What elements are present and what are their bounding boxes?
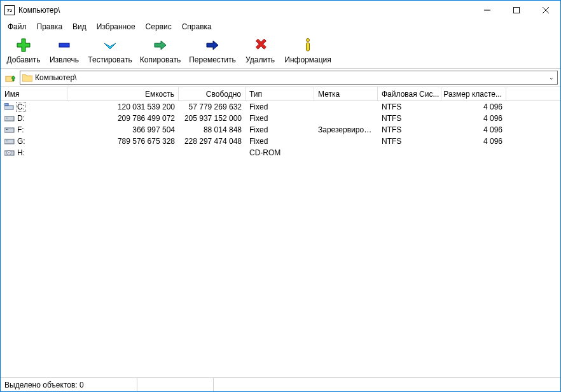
cell-free: 57 779 269 632 xyxy=(179,102,246,111)
up-folder-icon xyxy=(5,73,15,83)
hdd-icon xyxy=(4,126,15,134)
column-free[interactable]: Свободно xyxy=(179,87,246,101)
svg-point-18 xyxy=(8,152,10,153)
toolbar-move-label: Переместить xyxy=(189,55,236,64)
toolbar-info-button[interactable]: Информация xyxy=(280,35,335,66)
status-spacer-1 xyxy=(137,378,214,391)
cell-free: 228 297 474 048 xyxy=(179,137,246,146)
drive-list[interactable]: C: 120 031 539 200 57 779 269 632 Fixed … xyxy=(1,101,560,377)
cell-cluster: 4 096 xyxy=(441,125,506,134)
hdd-icon xyxy=(4,115,15,122)
cell-type: Fixed xyxy=(246,137,314,146)
svg-rect-14 xyxy=(4,139,14,144)
svg-point-5 xyxy=(307,39,310,42)
toolbar-move-button[interactable]: Переместить xyxy=(185,35,240,66)
network-drive-icon xyxy=(4,103,15,111)
menu-favorites[interactable]: Избранное xyxy=(92,21,140,32)
address-path: Компьютер\ xyxy=(35,73,546,82)
cell-free: 205 937 152 000 xyxy=(179,114,246,123)
move-arrow-icon xyxy=(204,36,221,54)
cell-free: 88 014 848 xyxy=(179,125,246,134)
column-label[interactable]: Метка xyxy=(314,87,378,101)
copy-arrow-icon xyxy=(151,36,169,54)
toolbar-delete-button[interactable]: Удалить xyxy=(240,35,280,66)
menu-help[interactable]: Справка xyxy=(177,21,216,32)
drive-name: C: xyxy=(16,102,26,112)
maximize-button[interactable] xyxy=(502,1,531,20)
cell-type: Fixed xyxy=(246,102,314,111)
svg-rect-12 xyxy=(4,128,14,132)
svg-rect-8 xyxy=(4,106,13,109)
window-title: Компьютер\ xyxy=(18,6,473,15)
menu-edit[interactable]: Правка xyxy=(32,21,67,32)
cell-capacity: 366 997 504 xyxy=(67,125,179,134)
toolbar-info-label: Информация xyxy=(284,55,331,64)
statusbar: Выделено объектов: 0 xyxy=(1,377,560,391)
close-button[interactable] xyxy=(531,1,560,20)
menubar: Файл Правка Вид Избранное Сервис Справка xyxy=(1,20,560,34)
cell-fs: NTFS xyxy=(378,102,441,111)
window-controls xyxy=(473,1,560,20)
column-name[interactable]: Имя xyxy=(1,87,67,101)
cell-cluster: 4 096 xyxy=(441,137,506,146)
cell-label: Зарезервиров... xyxy=(314,125,378,134)
svg-rect-1 xyxy=(514,8,520,13)
cd-rom-icon xyxy=(4,149,15,157)
cell-fs: NTFS xyxy=(378,137,441,146)
up-button[interactable] xyxy=(3,71,17,85)
svg-rect-15 xyxy=(6,141,8,141)
app-icon: 7z xyxy=(4,5,15,15)
column-capacity[interactable]: Емкость xyxy=(67,87,179,101)
svg-rect-10 xyxy=(4,116,14,121)
column-cluster[interactable]: Размер класте... xyxy=(441,87,506,101)
cell-type: Fixed xyxy=(246,125,314,134)
list-item[interactable]: F: 366 997 504 88 014 848 Fixed Зарезерв… xyxy=(1,124,560,136)
svg-rect-11 xyxy=(6,118,8,118)
address-combobox[interactable]: Компьютер\ ⌄ xyxy=(20,71,558,85)
delete-icon xyxy=(251,36,269,54)
titlebar: 7z Компьютер\ xyxy=(1,1,560,20)
drive-name: G: xyxy=(17,137,25,146)
toolbar-test-button[interactable]: Тестировать xyxy=(85,35,135,66)
svg-rect-13 xyxy=(6,129,8,130)
cell-fs: NTFS xyxy=(378,125,441,134)
check-icon xyxy=(101,36,119,54)
menu-view[interactable]: Вид xyxy=(68,21,91,32)
info-icon xyxy=(299,36,317,54)
menu-tools[interactable]: Сервис xyxy=(141,21,176,32)
toolbar-copy-button[interactable]: Копировать xyxy=(135,35,185,66)
cell-capacity: 120 031 539 200 xyxy=(67,102,179,111)
list-item[interactable]: H: CD-ROM xyxy=(1,147,560,158)
list-item[interactable]: G: 789 576 675 328 228 297 474 048 Fixed… xyxy=(1,136,560,147)
toolbar: Добавить Извлечь Тестировать Копировать … xyxy=(1,34,560,69)
toolbar-extract-button[interactable]: Извлечь xyxy=(44,35,85,66)
hdd-icon xyxy=(4,137,15,145)
drive-name: F: xyxy=(17,125,24,134)
chevron-down-icon[interactable]: ⌄ xyxy=(546,74,557,81)
minimize-button[interactable] xyxy=(473,1,502,20)
status-selected: Выделено объектов: 0 xyxy=(1,378,137,391)
svg-rect-9 xyxy=(4,103,8,106)
plus-icon xyxy=(15,36,32,54)
cell-cluster: 4 096 xyxy=(441,114,506,123)
cell-type: Fixed xyxy=(246,114,314,123)
cell-capacity: 789 576 675 328 xyxy=(67,137,179,146)
addressbar: Компьютер\ ⌄ xyxy=(1,69,560,87)
cell-type: CD-ROM xyxy=(246,148,314,157)
cell-capacity: 209 786 499 072 xyxy=(67,114,179,123)
status-spacer-2 xyxy=(214,378,560,391)
list-item[interactable]: D: 209 786 499 072 205 937 152 000 Fixed… xyxy=(1,113,560,124)
toolbar-test-label: Тестировать xyxy=(88,55,132,64)
toolbar-add-button[interactable]: Добавить xyxy=(3,35,44,66)
toolbar-extract-label: Извлечь xyxy=(50,55,79,64)
toolbar-delete-label: Удалить xyxy=(246,55,275,64)
cell-fs: NTFS xyxy=(378,114,441,123)
menu-file[interactable]: Файл xyxy=(3,21,31,32)
folder-icon xyxy=(22,73,32,82)
list-item[interactable]: C: 120 031 539 200 57 779 269 632 Fixed … xyxy=(1,101,560,113)
column-filesystem[interactable]: Файловая Сис... xyxy=(378,87,441,101)
column-type[interactable]: Тип xyxy=(246,87,314,101)
svg-rect-6 xyxy=(307,43,310,51)
toolbar-add-label: Добавить xyxy=(6,55,40,64)
drive-name: D: xyxy=(17,114,25,123)
